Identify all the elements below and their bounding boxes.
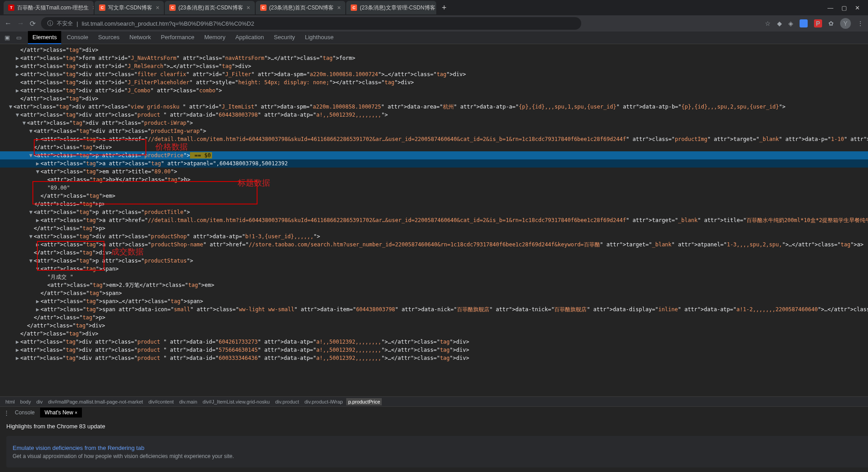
crumb[interactable]: html bbox=[4, 398, 17, 405]
favicon-csdn: C bbox=[351, 5, 357, 11]
element-line[interactable]: ▶<attr">class="tag">div attr">id="J_Comb… bbox=[0, 86, 868, 95]
element-line[interactable]: </attr">class="tag">span> bbox=[0, 289, 868, 297]
menu-icon[interactable]: ⋮ bbox=[857, 20, 863, 27]
puzzle-icon[interactable]: ◆ bbox=[777, 20, 782, 27]
devtools-tab-application[interactable]: Application bbox=[231, 31, 269, 44]
element-line[interactable]: ▼<attr">class="tag">div attr">class="pro… bbox=[0, 111, 868, 119]
menu-icon[interactable]: ⋮ bbox=[4, 409, 9, 416]
extension-icon[interactable] bbox=[800, 19, 808, 27]
favicon-tmall: T bbox=[8, 5, 14, 11]
close-icon[interactable]: × bbox=[156, 4, 159, 11]
close-icon[interactable]: × bbox=[247, 4, 250, 11]
element-line[interactable]: <attr">class="tag">em>2.9万笔</attr">class… bbox=[0, 281, 868, 289]
element-line[interactable]: ▼<attr">class="tag">p attr">class="produ… bbox=[0, 257, 868, 265]
whatsnew-title: Highlights from the Chrome 83 update bbox=[6, 423, 868, 430]
element-line[interactable]: </attr">class="tag">p> bbox=[0, 224, 868, 232]
minimize-icon[interactable]: — bbox=[827, 5, 833, 11]
element-line[interactable]: ▼<attr">class="tag">div attr">class="pro… bbox=[0, 232, 868, 241]
browser-tab-1[interactable]: C写文章-CSDN博客× bbox=[95, 1, 164, 14]
extension-pinterest-icon[interactable]: P bbox=[814, 19, 822, 27]
info-icon: ⓘ bbox=[47, 19, 53, 27]
star-icon[interactable]: ☆ bbox=[765, 20, 771, 27]
close-icon[interactable]: × bbox=[337, 4, 341, 11]
crumb[interactable]: div#mallPage.mallist.tmall-page-not-mark… bbox=[46, 398, 145, 405]
element-line[interactable]: ▶<attr">class="tag">a attr">class="tag" … bbox=[0, 159, 868, 168]
crumb[interactable]: div.product-iWrap bbox=[303, 398, 344, 405]
tab-whatsnew[interactable]: What's New × bbox=[40, 408, 82, 418]
address-bar[interactable]: ⓘ 不安全 | list.tmall.com/search_product.ht… bbox=[41, 17, 581, 30]
element-line[interactable]: </attr">class="tag">div> bbox=[0, 249, 868, 257]
element-line[interactable]: </attr">class="tag">div> bbox=[0, 143, 868, 151]
devtools-tab-performance[interactable]: Performance bbox=[156, 31, 199, 44]
browser-tab-3[interactable]: C(23条消息)首页-CSDN博客× bbox=[256, 1, 346, 14]
element-line[interactable]: ▶<attr">class="tag">form attr">id="J_Nav… bbox=[0, 54, 868, 62]
inspect-icon[interactable]: ▣ bbox=[5, 34, 10, 41]
element-line[interactable]: ▼<attr">class="tag">p attr">class="produ… bbox=[0, 208, 868, 216]
devtools-tab-network[interactable]: Network bbox=[125, 31, 156, 44]
element-line[interactable]: <attr">class="tag">b>¥</attr">class="tag… bbox=[0, 176, 868, 184]
crumb[interactable]: div.product bbox=[273, 398, 301, 405]
element-line[interactable]: ▶<attr">class="tag">div attr">class="pro… bbox=[0, 354, 868, 362]
back-button[interactable]: ← bbox=[5, 19, 12, 27]
crumb[interactable]: p.productPrice bbox=[346, 398, 382, 405]
extension-icon[interactable]: ✿ bbox=[828, 20, 834, 27]
element-line[interactable]: ▶<attr">class="tag">div attr">id="J_RelS… bbox=[0, 62, 868, 70]
element-line[interactable]: "89.00" bbox=[0, 184, 868, 192]
element-line[interactable]: ▶<attr">class="tag">div attr">class="fil… bbox=[0, 70, 868, 78]
element-line[interactable]: ▼<attr">class="tag">div attr">class="vie… bbox=[0, 103, 868, 111]
element-line[interactable]: </attr">class="tag">p> bbox=[0, 200, 868, 208]
reload-button[interactable]: ⟳ bbox=[30, 19, 36, 28]
element-line[interactable]: ▼<attr">class="tag">div attr">class="pro… bbox=[0, 127, 868, 135]
close-icon[interactable]: × bbox=[92, 4, 94, 11]
console-drawer: ⋮ Console What's New × ✕ Highlights from… bbox=[0, 406, 868, 472]
element-line[interactable]: ▶<attr">class="tag">div attr">class="pro… bbox=[0, 338, 868, 346]
devtools-tab-memory[interactable]: Memory bbox=[200, 31, 230, 44]
close-icon[interactable]: ✕ bbox=[855, 5, 860, 11]
devtools-tab-sources[interactable]: Sources bbox=[94, 31, 124, 44]
window-controls: — ▢ ✕ bbox=[827, 5, 864, 11]
element-line[interactable]: </attr">class="tag">div> bbox=[0, 95, 868, 103]
element-line[interactable]: </attr">class="tag">div> bbox=[0, 322, 868, 330]
browser-tab-0[interactable]: T百菲酪-天猫Tmall.com-理想生× bbox=[4, 1, 94, 14]
elements-tree[interactable]: </attr">class="tag">div>▶<attr">class="t… bbox=[0, 44, 868, 396]
maximize-icon[interactable]: ▢ bbox=[841, 5, 847, 11]
crumb[interactable]: div#J_ItemList.view.grid-nosku bbox=[201, 398, 271, 405]
crumb[interactable]: body bbox=[18, 398, 33, 405]
element-line[interactable]: ▶<attr">class="tag">span>…</attr">class=… bbox=[0, 297, 868, 305]
cast-icon[interactable]: ◈ bbox=[788, 20, 793, 27]
tab-console[interactable]: Console bbox=[10, 408, 39, 418]
element-line[interactable]: ▼<attr">class="tag">div attr">class="pro… bbox=[0, 119, 868, 127]
profile-avatar[interactable]: Y bbox=[840, 18, 851, 29]
element-line[interactable]: </attr">class="tag">div> bbox=[0, 46, 868, 54]
devtools-tab-elements[interactable]: Elements bbox=[28, 31, 61, 44]
element-line[interactable]: <attr">class="tag">div attr">id="J_Filte… bbox=[0, 78, 868, 86]
crumb[interactable]: div#content bbox=[147, 398, 176, 405]
new-tab-button[interactable]: + bbox=[437, 3, 451, 13]
forward-button[interactable]: → bbox=[17, 19, 24, 27]
devtools: ▣ ▭ ElementsConsoleSourcesNetworkPerform… bbox=[0, 32, 868, 472]
element-line[interactable]: ▼<attr">class="tag">em attr">title="89.0… bbox=[0, 168, 868, 176]
element-line[interactable]: ▼<attr">class="tag">span> bbox=[0, 265, 868, 273]
element-breadcrumbs[interactable]: htmlbodydivdiv#mallPage.mallist.tmall-pa… bbox=[0, 396, 868, 406]
whatsnew-card[interactable]: Emulate vision deficiencies from the Ren… bbox=[6, 436, 868, 467]
devtools-tab-lighthouse[interactable]: Lighthouse bbox=[300, 31, 338, 44]
element-line[interactable]: </attr">class="tag">p> bbox=[0, 313, 868, 322]
element-line[interactable]: ▶<attr">class="tag">a attr">class="produ… bbox=[0, 241, 868, 249]
devtools-tab-security[interactable]: Security bbox=[269, 31, 299, 44]
crumb[interactable]: div.main bbox=[177, 398, 199, 405]
browser-tab-4[interactable]: C(23条消息)文章管理-CSDN博客× bbox=[346, 1, 436, 14]
element-line[interactable]: ▶<attr">class="tag">a attr">href="//deta… bbox=[0, 135, 868, 143]
element-line[interactable]: ▶<attr">class="tag">a attr">href="//deta… bbox=[0, 216, 868, 224]
device-icon[interactable]: ▭ bbox=[16, 34, 22, 41]
browser-tab-2[interactable]: C(23条消息)首页-CSDN博客× bbox=[165, 1, 255, 14]
element-line[interactable]: ▶<attr">class="tag">span attr">data-icon… bbox=[0, 305, 868, 313]
element-line[interactable]: </attr">class="tag">em> bbox=[0, 192, 868, 200]
browser-toolbar: ← → ⟳ ⓘ 不安全 | list.tmall.com/search_prod… bbox=[0, 15, 868, 32]
devtools-tab-console[interactable]: Console bbox=[62, 31, 93, 44]
crumb[interactable]: div bbox=[35, 398, 45, 405]
element-line[interactable]: ▼<attr">class="tag">p attr">class="produ… bbox=[0, 151, 868, 159]
favicon-csdn: C bbox=[169, 5, 176, 11]
element-line[interactable]: ▶<attr">class="tag">div attr">class="pro… bbox=[0, 346, 868, 354]
element-line[interactable]: "月成交 " bbox=[0, 273, 868, 281]
element-line[interactable]: </attr">class="tag">div> bbox=[0, 330, 868, 338]
